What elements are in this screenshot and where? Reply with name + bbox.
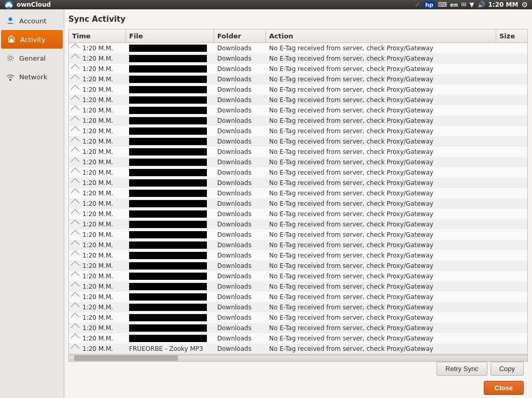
cell-action: No E-Tag received from server, check Pro… — [266, 312, 496, 323]
cell-file — [126, 188, 214, 198]
cell-time: 1:20 M.M. — [69, 178, 126, 188]
time-text: 1:20 M.M. — [82, 45, 113, 52]
cell-size — [496, 240, 527, 250]
table-row: 1:20 M.M.DownloadsNo E-Tag received from… — [69, 312, 527, 323]
cell-file — [126, 53, 214, 64]
redacted-filename — [129, 96, 207, 104]
cell-folder: Downloads — [214, 116, 266, 126]
upload-arrow-icon — [71, 85, 80, 94]
upload-arrow-icon — [71, 116, 80, 125]
upload-arrow-icon — [71, 137, 80, 146]
cell-size — [496, 157, 527, 167]
cell-time: 1:20 M.M. — [69, 292, 126, 302]
cell-action: No E-Tag received from server, check Pro… — [266, 250, 496, 261]
table-row: 1:20 M.M.DownloadsNo E-Tag received from… — [69, 178, 527, 188]
cell-folder: Downloads — [214, 271, 266, 281]
cell-folder: Downloads — [214, 53, 266, 64]
cell-time: 1:20 M.M. — [69, 116, 126, 126]
cell-folder: Downloads — [214, 261, 266, 271]
cell-action: No E-Tag received from server, check Pro… — [266, 261, 496, 271]
svg-point-3 — [9, 4, 12, 7]
cell-time: 1:20 M.M. — [69, 126, 126, 136]
table-row: 1:20 M.M.DownloadsNo E-Tag received from… — [69, 136, 527, 147]
redacted-filename — [129, 200, 207, 207]
cell-size — [496, 312, 527, 323]
copy-button[interactable]: Copy — [491, 362, 524, 376]
cell-action: No E-Tag received from server, check Pro… — [266, 333, 496, 344]
cell-file — [126, 333, 214, 344]
svg-point-7 — [9, 56, 12, 60]
table-row: 1:20 M.M.DownloadsNo E-Tag received from… — [69, 95, 527, 105]
upload-arrow-icon — [71, 334, 80, 343]
cell-folder: Downloads — [214, 178, 266, 188]
table-header: Time File Folder Action Size — [69, 30, 527, 43]
cell-size — [496, 126, 527, 136]
cell-time: 1:20 M.M. — [69, 188, 126, 198]
titlebar: ownCloud ✓ hp ⌨ en ✉ ▼ 🔊 1:20 MM ⚙ — [0, 0, 532, 9]
cell-folder: Downloads — [214, 167, 266, 178]
cell-size — [496, 167, 527, 178]
time-text: 1:20 M.M. — [82, 304, 113, 311]
redacted-filename — [129, 45, 207, 52]
sidebar-general-label: General — [19, 54, 46, 62]
table-row: 1:20 M.M.DownloadsNo E-Tag received from… — [69, 250, 527, 261]
redacted-filename — [129, 190, 207, 197]
time-text: 1:20 M.M. — [82, 190, 113, 197]
table-body[interactable]: 1:20 M.M.DownloadsNo E-Tag received from… — [69, 43, 527, 354]
cell-file — [126, 126, 214, 136]
page-title: Sync Activity — [68, 13, 528, 25]
redacted-filename — [129, 76, 207, 83]
cell-action: No E-Tag received from server, check Pro… — [266, 178, 496, 188]
upload-arrow-icon — [71, 209, 80, 218]
cell-size — [496, 261, 527, 271]
cell-action: No E-Tag received from server, check Pro… — [266, 344, 496, 354]
cell-size — [496, 105, 527, 116]
cell-size — [496, 178, 527, 188]
retry-sync-button[interactable]: Retry Sync — [437, 362, 487, 376]
sidebar-item-account[interactable]: Account — [0, 11, 64, 30]
upload-arrow-icon — [71, 168, 80, 177]
cell-time: 1:20 M.M. — [69, 53, 126, 64]
cell-action: No E-Tag received from server, check Pro… — [266, 84, 496, 95]
upload-arrow-icon — [71, 147, 80, 156]
cell-action: No E-Tag received from server, check Pro… — [266, 302, 496, 312]
redacted-filename — [129, 107, 207, 114]
upload-arrow-icon — [71, 240, 80, 249]
cell-folder: Downloads — [214, 43, 266, 53]
titlebar-icons: ✓ hp ⌨ en ✉ ▼ 🔊 1:20 MM ⚙ — [414, 1, 528, 9]
cell-action: No E-Tag received from server, check Pro… — [266, 147, 496, 157]
bottom-area: Retry Sync Copy Close — [68, 362, 528, 398]
horizontal-scrollbar[interactable] — [69, 354, 527, 361]
cell-time: 1:20 M.M. — [69, 323, 126, 333]
cell-action: No E-Tag received from server, check Pro… — [266, 64, 496, 74]
cell-folder: Downloads — [214, 302, 266, 312]
close-button[interactable]: Close — [484, 381, 524, 395]
cell-time: 1:20 M.M. — [69, 167, 126, 178]
cell-action: No E-Tag received from server, check Pro… — [266, 136, 496, 147]
sidebar-item-general[interactable]: General — [0, 49, 64, 67]
cell-file — [126, 240, 214, 250]
table-row: 1:20 M.M.DownloadsNo E-Tag received from… — [69, 64, 527, 74]
cell-size — [496, 84, 527, 95]
svg-point-8 — [7, 55, 13, 61]
cell-folder: Downloads — [214, 157, 266, 167]
cell-time: 1:20 M.M. — [69, 261, 126, 271]
cell-size — [496, 198, 527, 209]
keyboard-icon: ⌨ — [438, 1, 447, 8]
cell-folder: Downloads — [214, 95, 266, 105]
cell-file — [126, 116, 214, 126]
cell-action: No E-Tag received from server, check Pro… — [266, 53, 496, 64]
cell-action: No E-Tag received from server, check Pro… — [266, 323, 496, 333]
cell-action: No E-Tag received from server, check Pro… — [266, 188, 496, 198]
cell-time: 1:20 M.M. — [69, 147, 126, 157]
general-icon — [6, 53, 15, 63]
redacted-filename — [129, 86, 207, 93]
time-text: 1:20 M.M. — [82, 127, 113, 135]
sidebar-item-network[interactable]: Network — [0, 67, 64, 86]
upload-arrow-icon — [71, 54, 80, 63]
upload-arrow-icon — [71, 323, 80, 332]
network-icon — [6, 72, 15, 81]
sidebar-item-activity[interactable]: Activity — [1, 30, 63, 49]
cell-folder: Downloads — [214, 292, 266, 302]
cell-time: 1:20 M.M. — [69, 333, 126, 344]
